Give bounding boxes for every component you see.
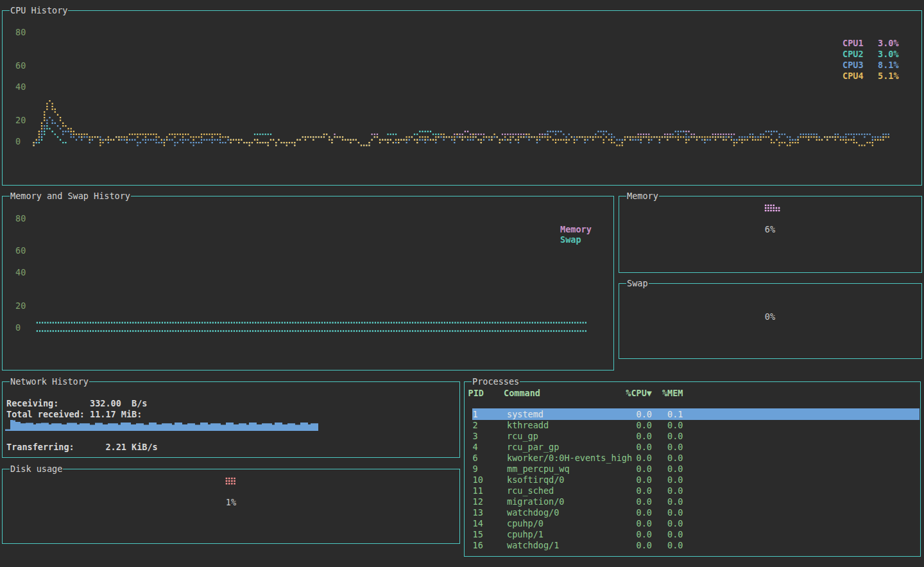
network-receiving-stat: Receiving: 332.00 B/s	[6, 398, 147, 409]
cpu-legend-value-cpu1: 3.0%	[878, 38, 899, 49]
process-row-4-command[interactable]: rcu_par_gp	[507, 442, 559, 453]
process-row-12-mem[interactable]: 0.0	[667, 496, 683, 507]
process-row-16-pid[interactable]: 16	[473, 540, 483, 551]
process-row-10-cpu[interactable]: 0.0	[637, 475, 652, 485]
process-row-11-mem[interactable]: 0.0	[667, 485, 683, 496]
cpu-legend-value-cpu2: 3.0%	[878, 49, 899, 60]
process-row-16-cpu[interactable]: 0.0	[637, 540, 652, 551]
process-row-14-pid[interactable]: 14	[473, 518, 483, 529]
process-row-15-pid[interactable]: 15	[473, 529, 483, 540]
panel-title-network-history: Network History	[10, 376, 89, 387]
process-row-10-command[interactable]: ksoftirqd/0	[507, 475, 564, 485]
process-row-10-mem[interactable]: 0.0	[667, 475, 683, 485]
process-header-mem[interactable]: %MEM	[662, 388, 683, 399]
process-row-10-pid[interactable]: 10	[473, 475, 483, 485]
process-row-9-pid[interactable]: 9	[473, 464, 478, 475]
process-row-13-pid[interactable]: 13	[473, 507, 483, 518]
process-row-6-command[interactable]: kworker/0:0H-events_high	[507, 453, 632, 464]
process-row-9-command[interactable]: mm_percpu_wq	[507, 464, 570, 475]
swap-percent-label: 0%	[757, 311, 783, 322]
panel-title-swap: Swap	[626, 278, 649, 288]
process-row-13-command[interactable]: watchdog/0	[507, 507, 559, 518]
process-row-1-cpu[interactable]: 0.0	[637, 409, 652, 420]
process-row-15-command[interactable]: cpuhp/1	[507, 529, 543, 540]
process-row-16-command[interactable]: watchdog/1	[507, 540, 559, 551]
gtop-terminal-screen: { "palette": {"background":"#2b2b2b","bo…	[0, 0, 924, 567]
panel-title-processes: Processes	[472, 376, 520, 387]
memswap-axis-tick-80: 80	[15, 213, 26, 224]
process-row-15-cpu[interactable]: 0.0	[637, 529, 652, 540]
panel-memory-swap-history: Memory and Swap History	[2, 196, 614, 371]
process-row-14-command[interactable]: cpuhp/0	[507, 518, 543, 529]
cpu-axis-tick-60: 60	[15, 60, 26, 71]
network-transferring-stat: Transferring: 2.21 KiB/s	[6, 442, 158, 453]
cpu-legend-label-cpu4: CPU4	[843, 71, 864, 82]
process-row-9-mem[interactable]: 0.0	[667, 464, 683, 475]
process-row-11-pid[interactable]: 11	[473, 485, 483, 496]
process-row-4-cpu[interactable]: 0.0	[637, 442, 652, 453]
process-row-4-pid[interactable]: 4	[473, 442, 478, 453]
disk-percent-label: 1%	[218, 497, 244, 508]
process-row-6-mem[interactable]: 0.0	[667, 453, 683, 464]
process-row-12-command[interactable]: migration/0	[507, 496, 564, 507]
process-row-12-cpu[interactable]: 0.0	[637, 496, 652, 507]
cpu-axis-tick-80: 80	[15, 27, 26, 38]
process-row-3-mem[interactable]: 0.0	[667, 431, 683, 442]
process-row-2-pid[interactable]: 2	[473, 420, 478, 431]
process-row-6-pid[interactable]: 6	[473, 453, 478, 464]
cpu-axis-tick-40: 40	[15, 82, 26, 92]
panel-title-memory-swap-history: Memory and Swap History	[10, 191, 131, 201]
process-row-3-cpu[interactable]: 0.0	[637, 431, 652, 442]
cpu-legend-label-cpu1: CPU1	[843, 38, 864, 49]
memswap-axis-tick-20: 20	[15, 301, 26, 311]
cpu-axis-tick-20: 20	[15, 115, 26, 126]
memory-percent-label: 6%	[757, 224, 783, 235]
process-row-3-command[interactable]: rcu_gp	[507, 431, 538, 442]
process-row-14-cpu[interactable]: 0.0	[637, 518, 652, 529]
process-row-2-mem[interactable]: 0.0	[667, 420, 683, 431]
cpu-legend-value-cpu3: 8.1%	[878, 60, 899, 71]
memswap-legend-label-swap: Swap	[560, 234, 581, 245]
process-header-cpu[interactable]: %CPU▼	[626, 388, 652, 399]
process-row-2-command[interactable]: kthreadd	[507, 420, 549, 431]
process-row-6-cpu[interactable]: 0.0	[637, 453, 652, 464]
memswap-axis-tick-60: 60	[15, 245, 26, 256]
process-row-9-cpu[interactable]: 0.0	[637, 464, 652, 475]
process-header-pid[interactable]: PID	[468, 388, 484, 399]
process-row-4-mem[interactable]: 0.0	[667, 442, 683, 453]
process-row-3-pid[interactable]: 3	[473, 431, 478, 442]
process-row-16-mem[interactable]: 0.0	[667, 540, 683, 551]
cpu-axis-tick-0: 0	[15, 136, 21, 147]
process-row-1-mem[interactable]: 0.1	[667, 409, 683, 420]
network-total-received-stat: Total received: 11.17 MiB:	[6, 409, 142, 420]
process-row-2-cpu[interactable]: 0.0	[637, 420, 652, 431]
cpu-legend-label-cpu2: CPU2	[843, 49, 864, 60]
panel-title-cpu-history: CPU History	[10, 5, 68, 15]
process-row-12-pid[interactable]: 12	[473, 496, 483, 507]
memswap-axis-tick-0: 0	[15, 322, 21, 333]
process-row-15-mem[interactable]: 0.0	[667, 529, 683, 540]
memswap-legend-label-memory: Memory	[560, 224, 592, 235]
panel-cpu-history: CPU History	[2, 10, 922, 186]
process-row-11-command[interactable]: rcu_sched	[507, 485, 554, 496]
process-row-1-command[interactable]: systemd	[507, 409, 543, 420]
panel-title-memory: Memory	[626, 191, 659, 201]
process-row-13-mem[interactable]: 0.0	[667, 507, 683, 518]
process-row-13-cpu[interactable]: 0.0	[637, 507, 652, 518]
process-header-command[interactable]: Command	[504, 388, 540, 399]
process-row-14-mem[interactable]: 0.0	[667, 518, 683, 529]
cpu-legend-value-cpu4: 5.1%	[878, 71, 899, 82]
process-row-1-pid[interactable]: 1	[473, 409, 478, 420]
cpu-legend-label-cpu3: CPU3	[843, 60, 864, 71]
process-row-11-cpu[interactable]: 0.0	[637, 485, 652, 496]
panel-title-disk-usage: Disk usage	[10, 464, 63, 474]
memswap-axis-tick-40: 40	[15, 267, 26, 278]
